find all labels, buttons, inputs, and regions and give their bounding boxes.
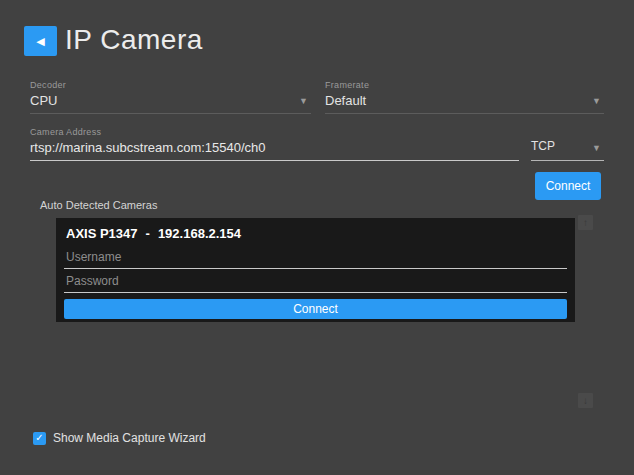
password-input[interactable] [64,269,567,293]
connect-button[interactable]: Connect [535,172,601,200]
camera-model: AXIS P1347 [66,226,138,241]
scroll-down-button[interactable]: ↓ [578,393,593,408]
wizard-checkbox-row: ✓ Show Media Capture Wizard [33,431,206,445]
check-icon: ✓ [35,433,43,443]
camera-address-field: Camera Address [30,129,519,161]
arrow-down-icon: ↓ [583,396,588,406]
wizard-checkbox-label: Show Media Capture Wizard [53,431,206,445]
transport-protocol-dropdown[interactable]: TCP ▼ [531,129,604,161]
arrow-up-icon: ↑ [583,218,588,228]
decoder-dropdown[interactable]: Decoder CPU ▼ [30,82,311,114]
detected-camera-connect-button[interactable]: Connect [64,299,567,319]
back-arrow-icon: ◀ [36,36,44,47]
page-title: IP Camera [65,24,203,56]
detected-camera-title: AXIS P1347 - 192.168.2.154 [56,218,575,245]
camera-title-separator: - [146,226,150,241]
back-button[interactable]: ◀ [24,26,57,56]
framerate-value: Default [325,93,604,113]
camera-address-input[interactable] [30,140,519,160]
framerate-dropdown[interactable]: Framerate Default ▼ [325,82,604,114]
camera-ip-address: 192.168.2.154 [158,226,241,241]
camera-address-label: Camera Address [30,127,519,137]
chevron-down-icon: ▼ [299,97,308,106]
decoder-label: Decoder [30,80,311,90]
decoder-value: CPU [30,93,311,113]
scroll-up-button[interactable]: ↑ [578,215,593,230]
framerate-label: Framerate [325,80,604,90]
chevron-down-icon: ▼ [592,144,601,153]
ip-camera-screen: ◀ IP Camera Decoder CPU ▼ Framerate Defa… [0,0,634,475]
show-wizard-checkbox[interactable]: ✓ [33,432,46,445]
auto-detected-cameras-label: Auto Detected Cameras [40,199,157,211]
detected-camera-card: AXIS P1347 - 192.168.2.154 Connect [56,218,575,322]
chevron-down-icon: ▼ [592,97,601,106]
username-input[interactable] [64,245,567,269]
